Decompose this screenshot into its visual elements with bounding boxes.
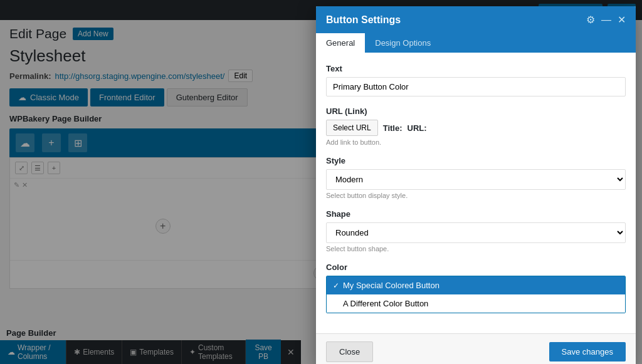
color-check-icon: ✓ — [333, 281, 339, 290]
shape-field-label: Shape — [326, 209, 626, 219]
title-inline-label: Title: — [383, 123, 403, 133]
modal-settings-icon[interactable]: ⚙ — [586, 14, 595, 26]
close-modal-button[interactable]: Close — [326, 341, 373, 362]
select-url-button[interactable]: Select URL — [326, 120, 378, 136]
style-hint: Select button display style. — [326, 192, 626, 199]
text-field-group: Text — [326, 64, 626, 96]
modal-overlay: Button Settings ⚙ — ✕ General Design Opt… — [0, 0, 642, 364]
text-field-label: Text — [326, 64, 626, 73]
style-select[interactable]: Modern — [326, 169, 626, 190]
save-changes-button[interactable]: Save changes — [549, 342, 626, 361]
color-option-1[interactable]: ✓ My Special Colored Button — [327, 276, 625, 294]
button-settings-modal: Button Settings ⚙ — ✕ General Design Opt… — [316, 6, 636, 364]
color-option-2-label: A Different Color Button — [343, 299, 428, 308]
modal-header-actions: ⚙ — ✕ — [586, 14, 626, 26]
color-dropdown[interactable]: ✓ My Special Colored Button ✓ A Differen… — [326, 276, 626, 313]
color-option-1-label: My Special Colored Button — [343, 281, 439, 290]
color-option-2[interactable]: ✓ A Different Color Button — [327, 294, 625, 313]
modal-header: Button Settings ⚙ — ✕ — [316, 6, 636, 33]
modal-footer: Close Save changes — [316, 333, 636, 364]
url-hint: Add link to button. — [326, 138, 626, 146]
modal-minimize-icon[interactable]: — — [601, 14, 611, 26]
style-field-group: Style Modern Select button display style… — [326, 156, 626, 199]
color-field-group: Color ✓ My Special Colored Button ✓ A Di… — [326, 263, 626, 313]
shape-field-group: Shape Rounded Select button shape. — [326, 209, 626, 252]
shape-select[interactable]: Rounded — [326, 222, 626, 243]
text-input[interactable] — [326, 77, 626, 96]
modal-body: Text URL (Link) Select URL Title: URL: A… — [316, 54, 636, 333]
tab-design-options[interactable]: Design Options — [365, 33, 441, 53]
modal-title: Button Settings — [326, 14, 401, 26]
url-row: Select URL Title: URL: — [326, 120, 626, 136]
url-field-label: URL (Link) — [326, 107, 626, 116]
modal-close-icon[interactable]: ✕ — [618, 14, 626, 26]
style-field-label: Style — [326, 156, 626, 165]
modal-tabs: General Design Options — [316, 33, 636, 54]
url-field-group: URL (Link) Select URL Title: URL: Add li… — [326, 107, 626, 146]
color-field-label: Color — [326, 263, 626, 272]
tab-general[interactable]: General — [316, 33, 365, 53]
shape-hint: Select button shape. — [326, 245, 626, 252]
url-inline-label: URL: — [408, 123, 427, 133]
